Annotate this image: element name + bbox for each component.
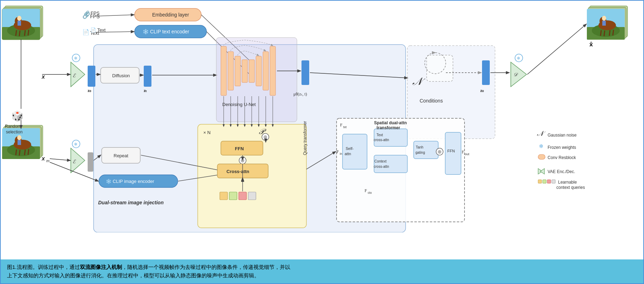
svg-rect-0 — [5, 6, 43, 37]
svg-line-117 — [141, 155, 232, 173]
svg-line-55 — [206, 32, 253, 78]
main-container: 🔗 FPS 📄 Text Embedding layer ❄️ CLIP tex… — [0, 0, 644, 284]
svg-text:Embedding layer: Embedding layer — [152, 12, 189, 18]
svg-rect-179 — [538, 154, 545, 159]
svg-text:⊕: ⊕ — [240, 158, 245, 163]
svg-rect-16 — [2, 128, 40, 159]
svg-point-33 — [599, 17, 606, 25]
svg-text:Tanh: Tanh — [416, 145, 423, 149]
svg-text:❄️ CLIP image encoder: ❄️ CLIP image encoder — [106, 178, 155, 184]
svg-text:𝒫: 𝒫 — [258, 127, 266, 136]
svg-text:📄: 📄 — [82, 29, 89, 35]
svg-text:Self-: Self- — [346, 146, 354, 151]
svg-text:z₀: z₀ — [480, 88, 484, 93]
svg-text:⊕: ⊕ — [263, 134, 267, 140]
svg-line-114 — [94, 155, 101, 160]
svg-text:⊕: ⊕ — [438, 149, 442, 154]
svg-rect-159 — [445, 132, 461, 174]
svg-text:μθ(zₜ, t): μθ(zₜ, t) — [293, 92, 307, 97]
svg-text:txt: txt — [343, 125, 347, 129]
svg-text:F: F — [340, 123, 343, 127]
svg-rect-17 — [2, 146, 40, 159]
svg-point-31 — [592, 24, 620, 37]
svg-point-7 — [15, 17, 22, 25]
svg-rect-93 — [427, 55, 453, 81]
fps-label: 🔗 FPS — [84, 11, 100, 16]
caption-prefix: 图1.流程图。训练过程中，通过 — [7, 264, 80, 270]
svg-text:in: in — [340, 152, 342, 156]
svg-rect-145 — [248, 192, 256, 200]
svg-text:Query transformer: Query transformer — [303, 121, 307, 155]
svg-rect-144 — [239, 192, 246, 200]
svg-text:❄: ❄ — [74, 142, 77, 147]
svg-line-10 — [25, 30, 25, 36]
svg-text:FFN: FFN — [235, 146, 244, 151]
svg-text:transformer: transformer — [377, 125, 400, 130]
svg-text:❄️ CLIP text encoder: ❄️ CLIP text encoder — [143, 29, 189, 35]
svg-text:Text: Text — [377, 133, 383, 137]
svg-point-100 — [515, 54, 523, 62]
svg-rect-27 — [590, 6, 628, 37]
svg-rect-147 — [343, 134, 367, 169]
svg-rect-15 — [4, 127, 41, 158]
svg-rect-28 — [588, 7, 626, 38]
svg-point-161 — [436, 148, 443, 155]
svg-rect-41 — [407, 46, 495, 139]
svg-text:zₜ: zₜ — [144, 88, 147, 93]
svg-line-8 — [16, 30, 16, 36]
svg-text:𝒩: 𝒩 — [412, 75, 426, 87]
svg-text:× N: × N — [203, 130, 211, 135]
diagram-area: 🔗 FPS 📄 Text Embedding layer ❄️ CLIP tex… — [1, 1, 643, 232]
svg-rect-26 — [18, 140, 21, 145]
svg-text:cross-attn: cross-attn — [374, 138, 389, 142]
svg-text:out: out — [465, 152, 469, 156]
svg-rect-76 — [256, 56, 262, 86]
svg-text:x: x — [41, 74, 45, 80]
svg-marker-108 — [71, 148, 85, 173]
svg-point-58 — [72, 54, 80, 62]
svg-text:ctx: ctx — [368, 191, 372, 194]
svg-rect-142 — [220, 192, 228, 200]
svg-point-130 — [262, 133, 269, 140]
svg-rect-63 — [101, 67, 139, 83]
svg-line-91 — [310, 73, 407, 78]
svg-text:VAE Enc./Dec.: VAE Enc./Dec. — [548, 169, 575, 174]
svg-rect-43 — [198, 124, 306, 228]
svg-text:attn: attn — [345, 152, 351, 156]
svg-point-25 — [17, 135, 21, 140]
svg-line-22 — [19, 150, 20, 156]
svg-text:x̂: x̂ — [589, 41, 593, 47]
svg-line-34 — [601, 30, 601, 36]
svg-marker-99 — [511, 62, 527, 87]
svg-point-18 — [7, 144, 35, 156]
svg-rect-78 — [270, 46, 276, 95]
svg-rect-187 — [552, 180, 555, 183]
svg-rect-30 — [587, 27, 625, 40]
svg-rect-1 — [4, 7, 41, 38]
svg-rect-29 — [587, 9, 625, 40]
svg-point-6 — [14, 20, 31, 30]
svg-rect-89 — [301, 60, 309, 85]
svg-line-174 — [306, 152, 335, 169]
svg-text:z₀: z₀ — [88, 88, 91, 93]
svg-text:Context: Context — [374, 159, 387, 163]
svg-text:🎲: 🎲 — [11, 110, 23, 122]
svg-line-103 — [527, 24, 586, 74]
svg-text:Conditions: Conditions — [420, 98, 443, 104]
svg-marker-56 — [71, 62, 85, 87]
text-label: 📄 Text — [90, 27, 106, 33]
svg-rect-71 — [221, 46, 226, 95]
svg-point-19 — [14, 140, 31, 150]
svg-rect-118 — [99, 175, 178, 187]
svg-text:Dual-stream image injection: Dual-stream image injection — [98, 200, 164, 205]
svg-text:❄: ❄ — [517, 56, 520, 61]
svg-line-54 — [201, 15, 253, 64]
svg-overlay: 🔗 FPS 📄 Text Embedding layer ❄️ CLIP tex… — [1, 1, 644, 232]
caption-bold: 双流图像注入机制 — [80, 264, 122, 270]
svg-rect-72 — [228, 52, 233, 90]
svg-text:Repeat: Repeat — [114, 153, 128, 158]
svg-rect-96 — [482, 60, 490, 85]
svg-marker-181 — [538, 169, 542, 174]
svg-line-11 — [28, 30, 29, 35]
svg-text:m: m — [46, 159, 49, 163]
